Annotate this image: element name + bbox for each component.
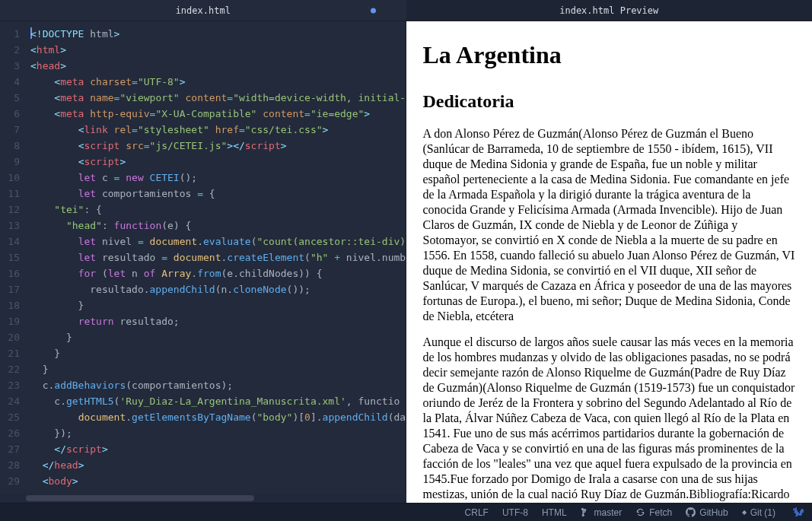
tab-bar: index.html index.html Preview (0, 0, 812, 21)
tab-index-html-preview[interactable]: index.html Preview (406, 0, 813, 21)
line-number: 25 (0, 409, 20, 425)
line-number: 3 (0, 58, 20, 74)
line-number: 1 (0, 26, 20, 42)
modified-indicator-icon (371, 8, 376, 13)
status-fetch[interactable]: Fetch (635, 507, 672, 518)
code-line[interactable]: <script src="js/CETEI.js"></script> (30, 138, 406, 154)
code-line[interactable]: return resultado; (30, 313, 406, 329)
status-encoding[interactable]: UTF-8 (502, 507, 528, 518)
git-diff-icon: ◆ (742, 509, 747, 516)
preview-paragraph: Aunque el discurso de largos años suele … (423, 335, 796, 503)
line-number: 29 (0, 473, 20, 489)
code-line[interactable]: <body> (30, 473, 406, 489)
line-number: 14 (0, 233, 20, 249)
code-line[interactable]: } (30, 297, 406, 313)
code-line[interactable]: let c = new CETEI(); (30, 170, 406, 186)
html-preview[interactable]: La Argentina Dedicatoria A don Alonso Pé… (406, 21, 813, 503)
line-number: 17 (0, 281, 20, 297)
line-number: 12 (0, 202, 20, 218)
status-line-ending[interactable]: CRLF (465, 507, 489, 518)
code-line[interactable]: </head> (30, 457, 406, 473)
line-number: 23 (0, 377, 20, 393)
line-number: 5 (0, 90, 20, 106)
line-number: 28 (0, 457, 20, 473)
line-number: 9 (0, 154, 20, 170)
line-number: 7 (0, 122, 20, 138)
line-number: 13 (0, 218, 20, 233)
code-line[interactable]: } (30, 345, 406, 361)
preview-heading-2: Dedicatoria (423, 90, 796, 113)
editor-horizontal-scrollbar[interactable] (0, 494, 406, 503)
code-line[interactable]: <meta name="viewport" content="width=dev… (30, 90, 406, 106)
code-line[interactable]: </script> (30, 441, 406, 457)
code-line[interactable]: "head": function(e) { (30, 218, 406, 233)
line-number-gutter: 1234567891011121314151617181920212223242… (0, 21, 26, 503)
code-editor[interactable]: 1234567891011121314151617181920212223242… (0, 21, 406, 503)
code-line[interactable]: let nivel = document.evaluate("count(anc… (30, 233, 406, 249)
status-language[interactable]: HTML (542, 507, 567, 518)
line-number: 18 (0, 297, 20, 313)
code-line[interactable]: document.getElementsByTagName("body")[0]… (30, 409, 406, 425)
status-bar: CRLF UTF-8 HTML master Fetch GitHub ◆ Gi… (0, 503, 812, 521)
line-number: 8 (0, 138, 20, 154)
line-number: 11 (0, 186, 20, 202)
code-line[interactable]: }); (30, 425, 406, 441)
line-number: 16 (0, 265, 20, 281)
code-line[interactable]: <link rel="stylesheet" href="css/tei.css… (30, 122, 406, 138)
preview-paragraph: A don Alonso Pérez de Guzmán(Alonso Pére… (423, 126, 796, 324)
line-number: 27 (0, 441, 20, 457)
line-number: 20 (0, 329, 20, 345)
preview-heading-1: La Argentina (423, 40, 796, 70)
tab-label: index.html (176, 5, 231, 16)
squirrel-icon[interactable]: 🐿 (792, 506, 804, 519)
code-line[interactable]: <meta http-equiv="X-UA-Compatible" conte… (30, 106, 406, 122)
line-number: 22 (0, 361, 20, 377)
code-line[interactable]: } (30, 361, 406, 377)
scrollbar-thumb[interactable] (26, 495, 254, 501)
line-number: 26 (0, 425, 20, 441)
line-number: 4 (0, 74, 20, 90)
sync-icon (635, 507, 645, 517)
line-number: 2 (0, 42, 20, 58)
code-line[interactable]: } (30, 329, 406, 345)
code-line[interactable]: resultado.appendChild(n.cloneNode()); (30, 281, 406, 297)
code-line[interactable]: <html> (30, 42, 406, 58)
github-icon (686, 507, 696, 517)
line-number: 21 (0, 345, 20, 361)
code-line[interactable]: c.getHTML5('Ruy_Diaz-La_Argentina_Manusc… (30, 393, 406, 409)
code-line[interactable]: let comportamientos = { (30, 186, 406, 202)
line-number: 6 (0, 106, 20, 122)
line-number: 19 (0, 313, 20, 329)
code-line[interactable]: "tei": { (30, 202, 406, 218)
line-number: 10 (0, 170, 20, 186)
tab-label: index.html Preview (559, 5, 658, 16)
line-number: 24 (0, 393, 20, 409)
code-line[interactable]: <script> (30, 154, 406, 170)
git-branch-icon (581, 507, 591, 517)
code-area[interactable]: <!DOCTYPE html><html><head> <meta charse… (26, 21, 406, 503)
code-line[interactable]: let resultado = document.createElement("… (30, 249, 406, 265)
code-line[interactable]: <meta charset="UTF-8"> (30, 74, 406, 90)
code-line[interactable]: for (let n of Array.from(e.childNodes)) … (30, 265, 406, 281)
status-git[interactable]: ◆ Git (1) (742, 507, 775, 518)
status-github[interactable]: GitHub (686, 507, 728, 518)
code-line[interactable]: <!DOCTYPE html> (30, 26, 406, 42)
status-branch[interactable]: master (581, 507, 623, 518)
tab-index-html[interactable]: index.html (0, 0, 406, 21)
code-line[interactable]: <head> (30, 58, 406, 74)
code-line[interactable]: c.addBehaviors(comportamientos); (30, 377, 406, 393)
line-number: 15 (0, 249, 20, 265)
